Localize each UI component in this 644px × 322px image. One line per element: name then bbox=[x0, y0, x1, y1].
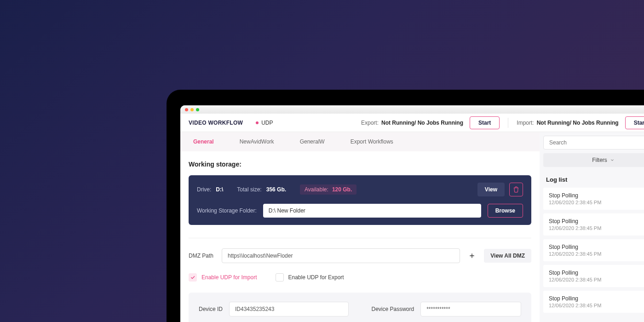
body: General NewAvidWork GeneralW Export Work… bbox=[180, 132, 644, 322]
dmz-path-input[interactable] bbox=[222, 248, 460, 263]
import-status: Not Running/ No Jobs Running bbox=[537, 120, 619, 126]
log-item-title: Stop Polling bbox=[549, 295, 644, 302]
delete-button[interactable] bbox=[509, 183, 523, 196]
device-password-input[interactable] bbox=[420, 302, 521, 316]
protocol-label: UDP bbox=[261, 120, 273, 126]
enable-udp-import-label: Enable UDP for Import bbox=[201, 274, 257, 281]
filters-button[interactable]: Filters bbox=[543, 153, 644, 167]
window-titlebar bbox=[180, 105, 644, 114]
log-item-title: Stop Polling bbox=[549, 218, 644, 224]
log-item[interactable]: Stop Polling12/06/2020 2:38:45 PM bbox=[543, 265, 644, 287]
working-folder-input[interactable] bbox=[263, 204, 481, 218]
tab-newavidwork[interactable]: NewAvidWork bbox=[227, 138, 287, 145]
plus-icon bbox=[468, 252, 476, 259]
main-content: Working storage: Drive: D:\ Total size: … bbox=[180, 151, 540, 322]
totalsize-value: 356 Gb. bbox=[266, 186, 286, 193]
device-id-input[interactable] bbox=[229, 302, 348, 316]
log-item[interactable]: Stop Polling12/06/2020 2:38:45 PM bbox=[543, 239, 644, 261]
available-badge: Available: 120 Gb. bbox=[300, 184, 356, 195]
dmz-label: DMZ Path bbox=[189, 253, 216, 259]
working-storage-title: Working storage: bbox=[189, 161, 531, 168]
view-button[interactable]: View bbox=[477, 183, 505, 196]
log-item-timestamp: 12/06/2020 2:38:45 PM bbox=[549, 225, 644, 231]
device-frame: VIDEO WORKFLOW UDP Export: Not Running/ … bbox=[167, 90, 644, 322]
log-item-timestamp: 12/06/2020 2:38:45 PM bbox=[549, 303, 644, 308]
device-card: Device ID Device Password bbox=[189, 293, 531, 322]
check-icon bbox=[190, 275, 196, 280]
log-item-timestamp: 12/06/2020 2:38:45 PM bbox=[549, 200, 644, 205]
working-folder-label: Working Storage Folder: bbox=[197, 207, 257, 214]
enable-udp-export-checkbox[interactable]: Enable UDP for Export bbox=[276, 273, 344, 282]
log-item-title: Stop Polling bbox=[549, 192, 644, 199]
minimize-icon[interactable] bbox=[190, 108, 194, 111]
search-input[interactable] bbox=[543, 136, 644, 150]
log-item-title: Stop Polling bbox=[549, 270, 644, 276]
log-item[interactable]: Stop Polling12/06/2020 2:38:45 PM bbox=[543, 188, 644, 210]
browse-button[interactable]: Browse bbox=[488, 204, 523, 218]
main-column: General NewAvidWork GeneralW Export Work… bbox=[180, 132, 540, 322]
log-item-timestamp: 12/06/2020 2:38:45 PM bbox=[549, 277, 644, 282]
divider bbox=[508, 118, 508, 128]
tab-general[interactable]: General bbox=[180, 138, 227, 145]
tab-export-workflows[interactable]: Export Workflows bbox=[338, 138, 406, 145]
log-item[interactable]: Stop Polling12/06/2020 2:38:45 PM bbox=[543, 213, 644, 236]
tabs-bar: General NewAvidWork GeneralW Export Work… bbox=[180, 132, 540, 151]
export-status: Not Running/ No Jobs Running bbox=[381, 120, 463, 126]
chevron-down-icon bbox=[610, 158, 615, 162]
dmz-row: DMZ Path View All DMZ bbox=[189, 248, 531, 263]
totalsize-label: Total size: bbox=[237, 186, 261, 193]
view-all-dmz-button[interactable]: View All DMZ bbox=[484, 249, 531, 263]
tab-generalw[interactable]: GeneralW bbox=[287, 138, 338, 145]
log-item-timestamp: 12/06/2020 2:38:45 PM bbox=[549, 251, 644, 257]
status-dot-icon bbox=[256, 121, 259, 124]
export-label: Export: bbox=[361, 120, 379, 126]
storage-card: Drive: D:\ Total size: 356 Gb. Available… bbox=[189, 175, 531, 225]
storage-info-row: Drive: D:\ Total size: 356 Gb. Available… bbox=[197, 183, 523, 196]
import-label: Import: bbox=[517, 120, 534, 126]
enable-udp-import-checkbox[interactable]: Enable UDP for Import bbox=[189, 273, 257, 282]
header-bar: VIDEO WORKFLOW UDP Export: Not Running/ … bbox=[180, 114, 644, 132]
add-dmz-button[interactable] bbox=[466, 249, 478, 262]
enable-udp-export-label: Enable UDP for Export bbox=[288, 274, 344, 281]
drive-label: Drive: bbox=[197, 186, 211, 193]
app-window: VIDEO WORKFLOW UDP Export: Not Running/ … bbox=[180, 105, 644, 322]
import-start-button[interactable]: Start bbox=[625, 116, 644, 129]
device-password-group: Device Password bbox=[372, 302, 522, 316]
drive-value: D:\ bbox=[216, 186, 223, 193]
log-list: Stop Polling12/06/2020 2:38:45 PMStop Po… bbox=[543, 188, 644, 316]
maximize-icon[interactable] bbox=[196, 108, 199, 111]
device-id-group: Device ID bbox=[199, 302, 349, 316]
app-logo: VIDEO WORKFLOW bbox=[189, 120, 243, 126]
divider bbox=[189, 238, 531, 238]
available-value: 120 Gb. bbox=[332, 186, 352, 193]
sidebar: Filters Log list Stop Polling12/06/2020 … bbox=[540, 132, 644, 322]
device-password-label: Device Password bbox=[372, 306, 414, 312]
close-icon[interactable] bbox=[185, 108, 188, 111]
trash-icon bbox=[513, 186, 519, 193]
log-item[interactable]: Stop Polling12/06/2020 2:38:45 PM bbox=[543, 291, 644, 313]
log-item-title: Stop Polling bbox=[549, 244, 644, 250]
available-label: Available: bbox=[305, 186, 328, 193]
log-list-title: Log list bbox=[546, 176, 644, 183]
filters-label: Filters bbox=[592, 157, 607, 163]
storage-folder-row: Working Storage Folder: Browse bbox=[197, 204, 523, 218]
device-id-label: Device ID bbox=[199, 306, 223, 312]
checkbox-row: Enable UDP for Import Enable UDP for Exp… bbox=[189, 273, 531, 282]
export-start-button[interactable]: Start bbox=[470, 116, 500, 129]
